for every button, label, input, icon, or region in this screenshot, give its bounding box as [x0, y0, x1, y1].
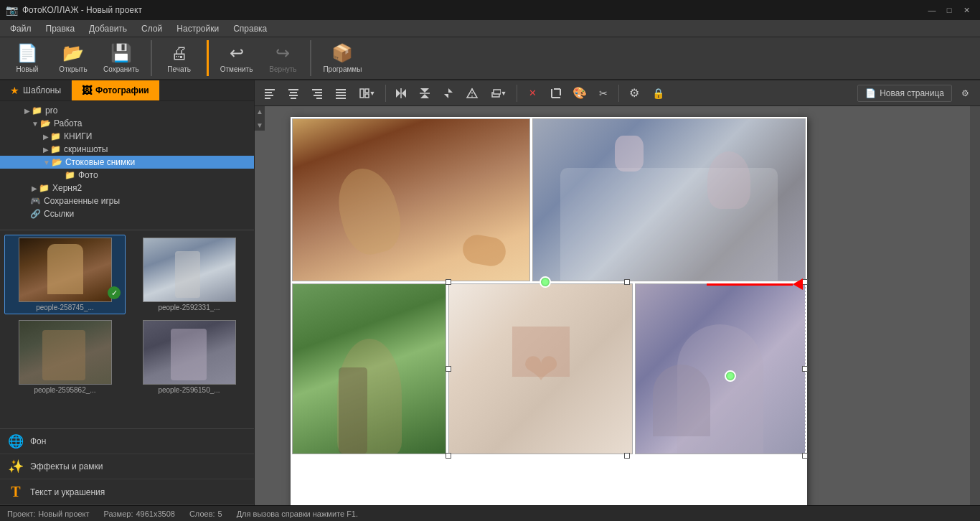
svg-rect-3 — [265, 98, 270, 99]
print-button[interactable]: 🖨 Печать — [158, 40, 201, 76]
redo-button[interactable]: ↪ Вернуть — [261, 40, 304, 76]
expand-rabota[interactable]: ▼ — [32, 120, 39, 128]
folder-icon-pro: 📁 — [32, 105, 42, 116]
photo-slot-5[interactable] — [635, 283, 806, 454]
tab-templates[interactable]: ★ Шаблоны — [0, 80, 72, 100]
tab-photos[interactable]: 🖼 Фотографии — [72, 80, 160, 100]
arrange-btn[interactable]: ▼ — [485, 83, 512, 103]
expand-hernya2[interactable]: ▶ — [32, 184, 37, 192]
tree-item-screenshots[interactable]: ▶ 📁 скриншоты — [0, 143, 254, 156]
menu-edit[interactable]: Правка — [39, 22, 83, 35]
svg-rect-7 — [291, 98, 296, 99]
svg-rect-5 — [290, 92, 297, 93]
tree-item-rabota[interactable]: ▼ 📂 Работа — [0, 117, 254, 130]
menu-add[interactable]: Добавить — [82, 22, 134, 35]
tree-item-links[interactable]: 🔗 Ссылки — [0, 207, 254, 220]
flip-v-btn[interactable] — [414, 83, 435, 103]
photo-slot-1[interactable] — [292, 118, 530, 281]
toolbar-separator-orange — [207, 40, 209, 76]
background-icon: 🌐 — [7, 433, 24, 449]
panel-effects[interactable]: ✨ Эффекты и рамки — [0, 454, 254, 479]
align-right-btn[interactable] — [306, 83, 328, 103]
scroll-up-arrow[interactable]: ▲ — [256, 108, 263, 116]
menu-settings[interactable]: Настройки — [169, 22, 226, 35]
close-button[interactable]: ✕ — [958, 2, 974, 18]
folder-icon-stock: 📂 — [52, 157, 62, 167]
menu-file[interactable]: Файл — [3, 22, 39, 35]
programs-button[interactable]: 📦 Программы — [317, 40, 367, 76]
open-button[interactable]: 📂 Открыть — [52, 40, 95, 76]
crop-btn[interactable] — [545, 83, 567, 103]
justify-btn[interactable] — [330, 83, 352, 103]
tree-item-hernya2[interactable]: ▶ 📁 Херня2 — [0, 182, 254, 194]
thumb-item-1[interactable]: ✓ people-258745_... — [4, 235, 126, 314]
effects-label: Эффекты и рамки — [30, 461, 103, 471]
svg-rect-9 — [315, 92, 322, 93]
menu-layer[interactable]: Слой — [134, 22, 169, 35]
new-icon: 📄 — [17, 43, 38, 63]
tree-item-photo[interactable]: 📁 Фото — [0, 169, 254, 182]
project-name: Новый проект — [38, 510, 89, 518]
expand-screenshots[interactable]: ▶ — [43, 146, 49, 154]
photos-icon: 🖼 — [82, 85, 92, 96]
flip-h-btn[interactable] — [390, 83, 412, 103]
right-scrollbar[interactable]: ▲ ▼ — [255, 106, 265, 131]
links-icon: 🔗 — [30, 209, 41, 219]
thumb-item-4[interactable]: people-2596150_... — [128, 317, 250, 397]
tree-item-saved-games[interactable]: 🎮 Сохраненные игры — [0, 194, 254, 207]
svg-rect-30 — [494, 90, 501, 94]
new-page-button[interactable]: 📄 Новая страница — [857, 85, 952, 102]
photo-slot-2[interactable] — [532, 118, 806, 281]
undo-label: Отменить — [220, 65, 253, 73]
tree-item-pro[interactable]: ▶ 📁 pro — [0, 104, 254, 117]
align-left-btn[interactable] — [259, 83, 281, 103]
photo-slot-3[interactable] — [292, 283, 446, 454]
panel-text[interactable]: T Текст и украшения — [0, 479, 254, 505]
open-icon: 📂 — [62, 43, 84, 63]
page-settings-btn[interactable]: ⚙ — [954, 83, 976, 103]
scroll-down-arrow[interactable]: ▼ — [256, 121, 263, 129]
expand-knigi[interactable]: ▶ — [43, 133, 49, 141]
tree-item-knigi[interactable]: ▶ 📁 КНИГИ — [0, 130, 254, 143]
thumb-item-2[interactable]: people-2592331_... — [128, 235, 250, 314]
effects-icon: ✨ — [7, 459, 24, 474]
color-btn[interactable]: 🎨 — [569, 83, 590, 103]
menubar: Файл Правка Добавить Слой Настройки Спра… — [0, 20, 980, 37]
tree-label-saved-games: Сохраненные игры — [44, 196, 120, 206]
svg-rect-4 — [288, 89, 298, 90]
thumb-item-3[interactable]: people-2595862_... — [4, 317, 126, 397]
expand-stock[interactable]: ▼ — [43, 159, 50, 166]
new-button[interactable]: 📄 Новый — [6, 40, 49, 76]
secondary-toolbar: ▼ ▼ ✕ 🎨 ✂ — [255, 80, 980, 106]
tree-item-stock[interactable]: ▼ 📂 Стоковые снимки — [0, 156, 254, 169]
expand-pro[interactable]: ▶ — [24, 107, 30, 115]
menu-help[interactable]: Справка — [226, 22, 274, 35]
lock-btn[interactable]: 🔒 — [647, 83, 669, 103]
layout-btn[interactable]: ▼ — [354, 83, 381, 103]
scissors-btn[interactable]: ✂ — [593, 83, 614, 103]
svg-marker-24 — [420, 94, 429, 98]
delete-btn[interactable]: ✕ — [522, 83, 543, 103]
align-center-btn[interactable] — [283, 83, 304, 103]
undo-button[interactable]: ↩ Отменить — [215, 40, 259, 76]
layers-label: Слоев: — [189, 510, 215, 518]
svg-rect-0 — [265, 89, 275, 90]
svg-marker-26 — [444, 94, 448, 98]
maximize-button[interactable]: □ — [941, 2, 957, 18]
file-tree: ▶ 📁 pro ▼ 📂 Работа ▶ 📁 КНИГИ ▶ 📁 скринш — [0, 101, 254, 230]
sec-separator-3 — [618, 85, 619, 102]
new-page-label: Новая страница — [880, 88, 944, 98]
mirror-btn[interactable] — [461, 83, 483, 103]
panel-background[interactable]: 🌐 Фон — [0, 429, 254, 454]
size-value: 4961x3508 — [136, 510, 174, 518]
svg-marker-22 — [420, 88, 429, 93]
print-icon: 🖨 — [171, 43, 188, 63]
rotate-btn[interactable] — [438, 83, 459, 103]
save-button[interactable]: 💾 Сохранить — [98, 40, 145, 76]
gear-btn[interactable]: ⚙ — [623, 83, 645, 103]
text-icon: T — [7, 484, 24, 500]
tree-label-pro: pro — [45, 105, 57, 116]
photo-slot-4[interactable]: ❤ — [448, 283, 633, 454]
minimize-button[interactable]: — — [924, 2, 940, 18]
tree-label-hernya2: Херня2 — [52, 183, 82, 193]
